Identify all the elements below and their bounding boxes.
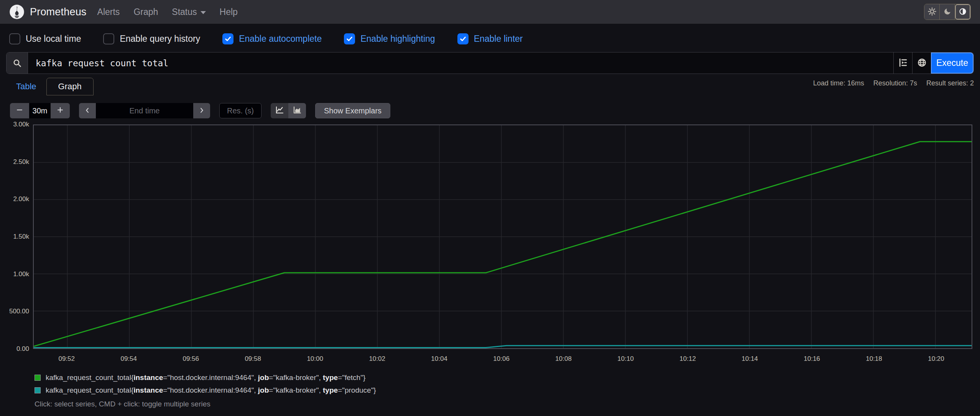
- show-exemplars-button[interactable]: Show Exemplars: [315, 103, 390, 118]
- caret-down-icon: [201, 11, 206, 14]
- globe-button[interactable]: [912, 52, 931, 74]
- checkbox-label: Enable linter: [474, 34, 523, 44]
- line-chart-icon: [275, 105, 284, 116]
- chevron-right-icon: [199, 106, 205, 115]
- line-chart-toggle-button[interactable]: [271, 103, 288, 118]
- result-series: Result series: 2: [926, 79, 974, 87]
- checkbox-label: Enable autocomplete: [239, 34, 322, 44]
- stacked-chart-toggle-button[interactable]: [288, 103, 306, 118]
- checkbox-checked-icon: [457, 33, 469, 44]
- legend-swatch-icon: [35, 387, 41, 393]
- x-tick-label: 10:02: [369, 355, 385, 363]
- checkbox-enable-linter[interactable]: Enable linter: [457, 33, 523, 44]
- metrics-explorer-button[interactable]: [893, 52, 912, 74]
- tab-table[interactable]: Table: [6, 78, 46, 95]
- resolution-input[interactable]: [219, 103, 261, 118]
- theme-auto-icon: [959, 8, 967, 16]
- nav-item-label: Graph: [133, 7, 158, 17]
- checkbox-checked-icon: [222, 33, 233, 44]
- light-theme-button[interactable]: [924, 4, 940, 20]
- legend-hint: Click: select series, CMD + click: toggl…: [35, 400, 980, 408]
- moon-icon: [944, 8, 951, 16]
- chart-type-toggle: [271, 103, 306, 118]
- end-time-control: [79, 103, 210, 118]
- tabs-and-stats-row: Table Graph Load time: 16ms Resolution: …: [6, 78, 974, 98]
- checkbox-enable-query-history[interactable]: Enable query history: [103, 33, 200, 44]
- legend: kafka_request_count_total{instance="host…: [35, 373, 980, 395]
- legend-item[interactable]: kafka_request_count_total{instance="host…: [35, 386, 980, 395]
- query-bar: Execute: [6, 52, 974, 74]
- graph-canvas[interactable]: [33, 124, 972, 349]
- query-stats: Load time: 16ms Resolution: 7s Result se…: [813, 78, 974, 87]
- y-tick-label: 3.00k: [13, 121, 29, 128]
- query-input[interactable]: [28, 52, 893, 74]
- time-forward-button[interactable]: [193, 103, 210, 118]
- search-icon: [7, 52, 28, 74]
- execute-button[interactable]: Execute: [931, 52, 973, 74]
- x-tick-label: 10:14: [742, 355, 758, 363]
- chevron-left-icon: [84, 106, 90, 115]
- checkbox-enable-highlighting[interactable]: Enable highlighting: [344, 33, 435, 44]
- time-back-button[interactable]: [79, 103, 96, 118]
- y-tick-label: 500.00: [9, 308, 29, 315]
- x-tick-label: 10:00: [307, 355, 323, 363]
- nav-item-label: Help: [220, 7, 238, 17]
- y-tick-label: 2.00k: [13, 195, 29, 203]
- nav-item-help[interactable]: Help: [220, 7, 238, 17]
- settings-bar: Use local timeEnable query historyEnable…: [0, 24, 980, 52]
- range-decrease-button[interactable]: [10, 103, 29, 118]
- resolution: Resolution: 7s: [873, 79, 917, 87]
- prometheus-logo-icon[interactable]: [9, 4, 25, 20]
- dark-theme-button[interactable]: [940, 4, 955, 20]
- stacked-chart-icon: [293, 105, 302, 116]
- x-axis-labels: 09:5209:5409:5609:5810:0010:0210:0410:06…: [33, 351, 972, 363]
- app-title[interactable]: Prometheus: [30, 6, 87, 18]
- nav-item-status[interactable]: Status: [172, 7, 206, 17]
- checkbox-label: Use local time: [26, 34, 81, 44]
- nav-item-label: Status: [172, 7, 197, 17]
- load-time: Load time: 16ms: [813, 79, 864, 87]
- panel-tabs: Table Graph: [6, 78, 94, 95]
- y-axis-labels: 0.00500.001.00k1.50k2.00k2.50k3.00k: [0, 124, 29, 349]
- x-tick-label: 10:10: [617, 355, 634, 363]
- x-tick-label: 10:20: [928, 355, 944, 363]
- legend-series-label: kafka_request_count_total{instance="host…: [46, 373, 365, 382]
- y-tick-label: 2.50k: [13, 158, 29, 166]
- x-tick-label: 09:54: [120, 355, 137, 363]
- sun-icon: [928, 7, 936, 17]
- range-increase-button[interactable]: [51, 103, 70, 118]
- x-tick-label: 09:58: [245, 355, 261, 363]
- navbar: Prometheus AlertsGraphStatusHelp: [0, 0, 980, 24]
- nav-item-alerts[interactable]: Alerts: [97, 7, 120, 17]
- minus-icon: [16, 106, 23, 115]
- main-nav: AlertsGraphStatusHelp: [97, 7, 924, 17]
- nav-item-graph[interactable]: Graph: [133, 7, 158, 17]
- tab-graph[interactable]: Graph: [46, 78, 94, 95]
- checkbox-unchecked-icon: [103, 33, 114, 44]
- range-input[interactable]: [29, 103, 51, 118]
- checkbox-label: Enable query history: [120, 34, 200, 44]
- x-tick-label: 10:12: [679, 355, 696, 363]
- checkbox-use-local-time[interactable]: Use local time: [9, 33, 81, 44]
- metrics-explorer-icon: [898, 63, 908, 69]
- legend-item[interactable]: kafka_request_count_total{instance="host…: [35, 373, 980, 382]
- globe-icon: [917, 63, 927, 69]
- graph-controls: Show Exemplars: [10, 103, 980, 118]
- legend-swatch-icon: [35, 375, 41, 381]
- auto-theme-button[interactable]: [955, 4, 970, 20]
- x-tick-label: 10:08: [555, 355, 572, 363]
- y-tick-label: 0.00: [16, 345, 29, 353]
- x-tick-label: 10:04: [431, 355, 447, 363]
- nav-item-label: Alerts: [97, 7, 120, 17]
- checkbox-label: Enable highlighting: [360, 34, 435, 44]
- checkbox-enable-autocomplete[interactable]: Enable autocomplete: [222, 33, 322, 44]
- plus-icon: [57, 106, 64, 115]
- y-tick-label: 1.00k: [13, 270, 29, 278]
- x-tick-label: 10:16: [804, 355, 820, 363]
- x-tick-label: 10:06: [493, 355, 510, 363]
- y-tick-label: 1.50k: [13, 233, 29, 241]
- range-control: [10, 103, 70, 118]
- checkbox-unchecked-icon: [9, 33, 20, 44]
- legend-series-label: kafka_request_count_total{instance="host…: [46, 386, 376, 395]
- end-time-input[interactable]: [96, 103, 193, 118]
